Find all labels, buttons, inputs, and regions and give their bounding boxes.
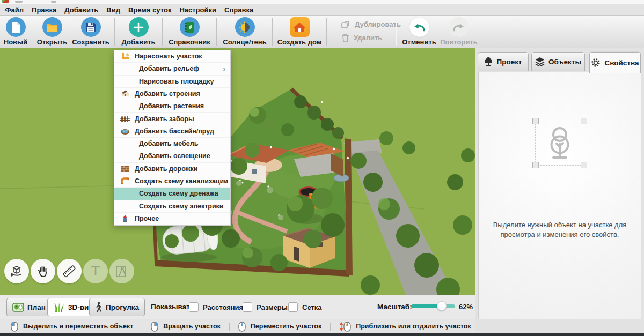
add-button[interactable]: Добавить <box>115 17 162 47</box>
tree-placeholder-icon <box>544 125 575 161</box>
menu-item-add-plants[interactable]: Добавить растения <box>114 100 230 113</box>
selection-handle <box>581 118 587 124</box>
pipe-icon <box>120 176 130 185</box>
submenu-arrow-icon: › <box>223 65 225 73</box>
menu-item-add-pool[interactable]: Добавить бассейн/пруд <box>114 125 230 138</box>
save-floppy-icon <box>81 17 101 37</box>
sun-shadow-button[interactable]: Солнце/тень <box>217 17 272 47</box>
trash-icon <box>341 33 349 42</box>
menu-bar: Файл Правка Добавить Вид Время суток Нас… <box>0 4 644 16</box>
properties-panel-body: Выделите нужный объект на участке для пр… <box>478 72 641 330</box>
menu-help[interactable]: Справка <box>221 4 258 16</box>
panel-hint: Выделите нужный объект на участке для пр… <box>479 220 641 240</box>
menu-item-add-paths[interactable]: Добавить дорожки <box>114 163 230 175</box>
bricks-icon <box>120 164 130 173</box>
mouse-right-icon <box>151 322 158 332</box>
menu-item-add-furniture[interactable]: Добавить мебель <box>114 138 230 150</box>
view-bar: План 3D-вид Прогулка Показывать: Расстоя… <box>0 295 475 319</box>
reference-button[interactable]: Справочник <box>163 17 216 47</box>
scale-label: Масштаб: <box>377 303 412 311</box>
menu-item-add-relief[interactable]: Добавить рельеф › <box>114 63 230 75</box>
pan-hand-icon <box>36 264 50 278</box>
misc-icon <box>120 214 130 223</box>
checkbox-distances[interactable] <box>189 302 199 312</box>
pool-icon <box>120 126 130 136</box>
toolbar: Новый Открыть Сохранить Добавить Справоч… <box>0 16 644 48</box>
checkbox-sizes[interactable] <box>243 302 252 312</box>
menu-view[interactable]: Вид <box>103 4 125 16</box>
menu-item-drainage-scheme[interactable]: Создать схему дренажа <box>114 188 230 200</box>
plan-view-button[interactable]: План <box>6 298 52 316</box>
checkbox-grid-label: Сетка <box>302 303 322 311</box>
save-button[interactable]: Сохранить <box>70 17 112 47</box>
redo-button: Повторить <box>439 17 479 47</box>
selection-handle <box>532 162 539 168</box>
undo-icon <box>409 17 429 37</box>
checkbox-distances-label: Расстояния <box>203 303 243 311</box>
checkbox-grid[interactable] <box>288 302 298 312</box>
open-button[interactable]: Открыть <box>34 17 70 47</box>
menu-item-add-fences[interactable]: Добавить заборы <box>114 113 230 125</box>
layers-icon <box>535 57 545 66</box>
fence-icon <box>120 114 130 123</box>
bottom-strip <box>0 333 644 336</box>
tab-properties[interactable]: Свойства <box>589 52 641 73</box>
ruler-tool[interactable] <box>57 259 82 283</box>
walk-icon <box>95 302 103 312</box>
duplicate-button: Дублировать <box>341 20 401 29</box>
hint-select-move: Выделить и переместить объект <box>11 322 133 332</box>
building-icon <box>120 89 130 98</box>
menu-item-sewage-scheme[interactable]: Создать схему канализации <box>114 175 230 188</box>
tab-project[interactable]: Проект <box>478 52 529 71</box>
selection-placeholder <box>535 121 584 166</box>
app-icon <box>2 0 9 3</box>
ruler-icon <box>62 264 77 279</box>
text-tool: T <box>83 259 108 283</box>
scale-slider-thumb[interactable] <box>437 301 447 311</box>
menu-item-add-buildings[interactable]: Добавить строения <box>114 88 230 100</box>
scale-slider[interactable] <box>411 304 455 308</box>
panel-hint-line1: Выделите нужный объект на участке для <box>479 220 641 230</box>
menu-file[interactable]: Файл <box>1 4 28 16</box>
menu-time-of-day[interactable]: Время суток <box>124 4 175 16</box>
open-folder-icon <box>42 17 62 37</box>
draw-plot-icon <box>120 52 130 61</box>
mouse-middle-icon <box>238 322 246 332</box>
panel-hint-line2: просмотра и изменения его свойств. <box>479 230 641 240</box>
tab-objects[interactable]: Объекты <box>531 52 585 71</box>
delete-button: Удалить <box>341 33 401 42</box>
mouse-left-icon <box>11 322 18 332</box>
menu-item-draw-area[interactable]: Нарисовать площадку <box>114 76 230 88</box>
menu-item-electric-scheme[interactable]: Создать схему электрики <box>114 200 230 212</box>
garden-3d-canvas[interactable] <box>0 48 475 295</box>
edit-group: Дублировать Удалить <box>341 20 401 42</box>
create-house-icon <box>290 17 310 37</box>
tree-icon <box>484 57 493 66</box>
scale-value: 62% <box>459 303 473 311</box>
plan-icon <box>12 303 24 312</box>
garden-scene <box>0 48 475 295</box>
checkbox-sizes-label: Размеры <box>257 303 288 311</box>
menu-item-draw-plot[interactable]: Нарисовать участок <box>114 50 230 63</box>
hint-rotate: Вращать участок <box>151 322 221 332</box>
rotate-3d-tool[interactable] <box>4 259 29 283</box>
duplicate-icon <box>341 20 350 29</box>
new-button[interactable]: Новый <box>0 17 31 47</box>
menu-add[interactable]: Добавить <box>61 4 103 16</box>
menu-item-misc[interactable]: Прочее <box>114 213 230 225</box>
menu-edit[interactable]: Правка <box>28 4 61 16</box>
hint-zoom: Приблизить или отдалить участок <box>339 322 471 332</box>
canvas-tools: T <box>4 259 134 283</box>
gear-icon <box>591 58 601 68</box>
undo-button[interactable]: Отменить <box>399 17 439 47</box>
reference-book-icon <box>180 17 200 37</box>
menu-settings[interactable]: Настройки <box>175 4 221 16</box>
create-house-button[interactable]: Создать дом <box>273 17 326 47</box>
sun-shadow-icon <box>235 17 255 37</box>
pan-tool[interactable] <box>31 259 55 283</box>
redo-icon <box>449 17 469 37</box>
measure-tool <box>109 259 134 283</box>
walk-view-button[interactable]: Прогулка <box>89 298 145 316</box>
selection-handle <box>532 118 539 124</box>
menu-item-add-lighting[interactable]: Добавить освещение <box>114 150 230 162</box>
